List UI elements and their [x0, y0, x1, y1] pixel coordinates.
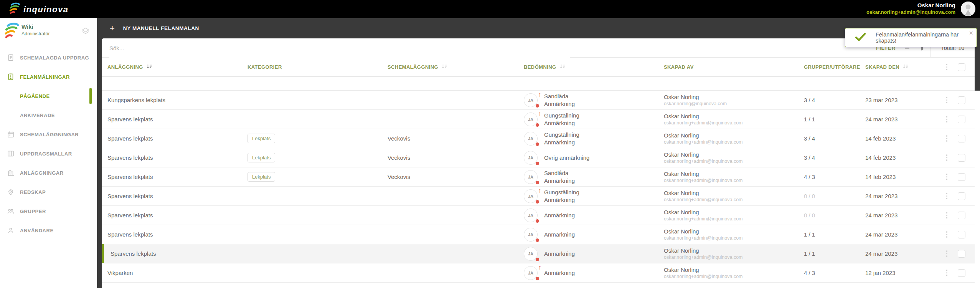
groups-count: 1 / 1 [804, 231, 865, 238]
row-kebab-menu-icon[interactable] [938, 212, 955, 218]
row-checkbox[interactable] [958, 192, 965, 200]
creator-email: oskar.norling+admin@inquinova.com [664, 197, 804, 203]
org-name: Wiki [21, 23, 50, 31]
created-date: 14 feb 2023 [865, 154, 938, 161]
creator-name: Oskar Norling [664, 266, 804, 274]
creator-name: Oskar Norling [664, 132, 804, 139]
assessment-text: GungställningAnmärkning [544, 189, 579, 204]
table-row[interactable]: Sparvens lekplats JA Anmärkning Oskar No… [102, 206, 975, 225]
creator-email: oskar.norling+admin@inquinova.com [664, 235, 804, 241]
sidebar-item-arkiverade[interactable]: ARKIVERADE [0, 106, 97, 125]
created-date: 14 feb 2023 [865, 135, 938, 142]
column-header-skapad-av[interactable]: SKAPAD AV [664, 64, 804, 70]
creator-name: Oskar Norling [664, 189, 804, 197]
header-kebab-menu-icon[interactable] [938, 64, 955, 70]
sidebar-item-pågående[interactable]: PÅGÅENDE [0, 86, 97, 106]
column-header-bedömning[interactable]: BEDÖMNING [524, 64, 664, 70]
table-row[interactable]: Sparvens lekplats Lekplats Veckovis JA G… [102, 129, 975, 148]
facility-name: Sparvens lekplats [102, 116, 247, 122]
category-chip: Lekplats [247, 153, 275, 162]
row-kebab-menu-icon[interactable] [938, 116, 955, 122]
sidebar-item-label: FELANMÄLNINGAR [20, 74, 70, 80]
sidebar-item-schemaläggningar[interactable]: SCHEMALÄGGNINGAR [0, 125, 97, 144]
priority-up-icon: ↑ [538, 91, 542, 99]
row-kebab-menu-icon[interactable] [938, 250, 955, 257]
plus-icon: + [110, 24, 115, 33]
creator-name: Oskar Norling [664, 228, 804, 235]
sidebar: Wiki Administratör SCHEMALAGDA UPPDRAG F… [0, 18, 97, 288]
status-dot-icon [536, 181, 539, 184]
creator-name: Oskar Norling [664, 113, 804, 120]
table-row[interactable]: Sparvens lekplats JA Anmärkning Oskar No… [102, 225, 975, 244]
row-checkbox[interactable] [958, 231, 965, 238]
new-manual-report-button[interactable]: + NY MANUELL FELANMÄLAN [97, 18, 199, 38]
select-all-checkbox[interactable] [958, 63, 965, 71]
row-kebab-menu-icon[interactable] [938, 270, 955, 276]
status-dot-icon [536, 258, 539, 261]
row-kebab-menu-icon[interactable] [938, 231, 955, 238]
row-checkbox[interactable] [958, 212, 965, 219]
creator-name: Oskar Norling [664, 93, 804, 101]
table-row[interactable]: Sparvens lekplats JA ↑ GungställningAnmä… [102, 187, 975, 206]
column-header-skapad-den[interactable]: SKAPAD DEN [865, 64, 938, 70]
table-row[interactable]: Vikparken JA ↑ Anmärkning Oskar Norling … [102, 263, 975, 283]
column-header-kategorier[interactable]: KATEGORIER [247, 64, 388, 70]
row-checkbox[interactable] [958, 154, 965, 162]
layers-icon[interactable] [81, 26, 90, 37]
clear-sort-icon[interactable] [905, 48, 909, 49]
new-button-label: NY MANUELL FELANMÄLAN [123, 25, 199, 31]
creator-email: oskar.norling+admin@inquinova.com [664, 177, 804, 184]
sidebar-item-felanmälningar[interactable]: FELANMÄLNINGAR [0, 67, 97, 86]
table-row[interactable]: Kungsparkens lekplats JA ↑ SandlådaAnmär… [102, 91, 975, 110]
row-kebab-menu-icon[interactable] [938, 97, 955, 103]
sidebar-item-anläggningar[interactable]: ANLÄGGNINGAR [0, 163, 97, 182]
row-kebab-menu-icon[interactable] [938, 174, 955, 180]
category-chip: Lekplats [247, 172, 275, 182]
sort-icon [903, 64, 909, 70]
row-checkbox[interactable] [958, 173, 965, 181]
table-spacer [102, 77, 975, 91]
sidebar-item-label: ANLÄGGNINGAR [20, 170, 64, 176]
scrollbar-track[interactable] [975, 91, 980, 288]
row-checkbox[interactable] [958, 96, 965, 104]
row-checkbox[interactable] [958, 116, 965, 123]
row-checkbox[interactable] [958, 135, 965, 142]
calendar-icon [7, 131, 15, 138]
close-icon[interactable]: × [969, 30, 973, 36]
avatar[interactable] [961, 2, 975, 16]
brand-logo: inquinova [8, 2, 68, 17]
report-list-card: FILTER Totalt:10 ANLÄGGNING KATEGORIER S… [102, 38, 975, 288]
sidebar-item-schemalagda-uppdrag[interactable]: SCHEMALAGDA UPPDRAG [0, 48, 97, 67]
row-checkbox[interactable] [958, 250, 965, 258]
table-row[interactable]: Sparvens lekplats Lekplats Veckovis JA Ö… [102, 148, 975, 167]
row-kebab-menu-icon[interactable] [938, 135, 955, 142]
status-dot-icon [536, 123, 539, 127]
row-checkbox[interactable] [958, 269, 965, 277]
sidebar-item-uppdragsmallar[interactable]: UPPDRAGSMALLAR [0, 144, 97, 163]
user-block[interactable]: Oskar Norling oskar.norling+admin@inquin… [866, 2, 955, 15]
sidebar-item-grupper[interactable]: GRUPPER [0, 202, 97, 221]
priority-up-icon: ↑ [538, 110, 542, 118]
sort-icon [442, 64, 447, 70]
row-kebab-menu-icon[interactable] [938, 193, 955, 199]
column-header-grupper-utförare[interactable]: GRUPPER/UTFÖRARE [804, 64, 865, 70]
sidebar-item-label: GRUPPER [20, 209, 46, 214]
column-header-anläggning[interactable]: ANLÄGGNING [102, 64, 247, 70]
search-filter-row: FILTER Totalt:10 [102, 38, 975, 58]
facility-name: Sparvens lekplats [102, 231, 247, 238]
row-kebab-menu-icon[interactable] [938, 154, 955, 161]
table-row[interactable]: Sparvens lekplats Lekplats Veckovis JA S… [102, 167, 975, 187]
sidebar-item-redskap[interactable]: REDSKAP [0, 182, 97, 202]
table-row[interactable]: Sparvens lekplats JA ↑ GungställningAnmä… [102, 110, 975, 129]
groups-count: 1 / 1 [804, 116, 865, 122]
table-body: Kungsparkens lekplats JA ↑ SandlådaAnmär… [102, 91, 975, 283]
sidebar-item-användare[interactable]: ANVÄNDARE [0, 221, 97, 240]
table-row[interactable]: Sparvens lekplats JA Anmärkning Oskar No… [102, 244, 975, 263]
search-input[interactable] [109, 38, 570, 58]
building-icon [7, 169, 15, 177]
user-icon [7, 227, 15, 234]
groups-count: 3 / 4 [804, 154, 865, 161]
column-header-schemaläggning[interactable]: SCHEMALÄGGNING [388, 64, 524, 70]
status-dot-icon [536, 142, 539, 146]
facility-name: Sparvens lekplats [102, 154, 247, 161]
